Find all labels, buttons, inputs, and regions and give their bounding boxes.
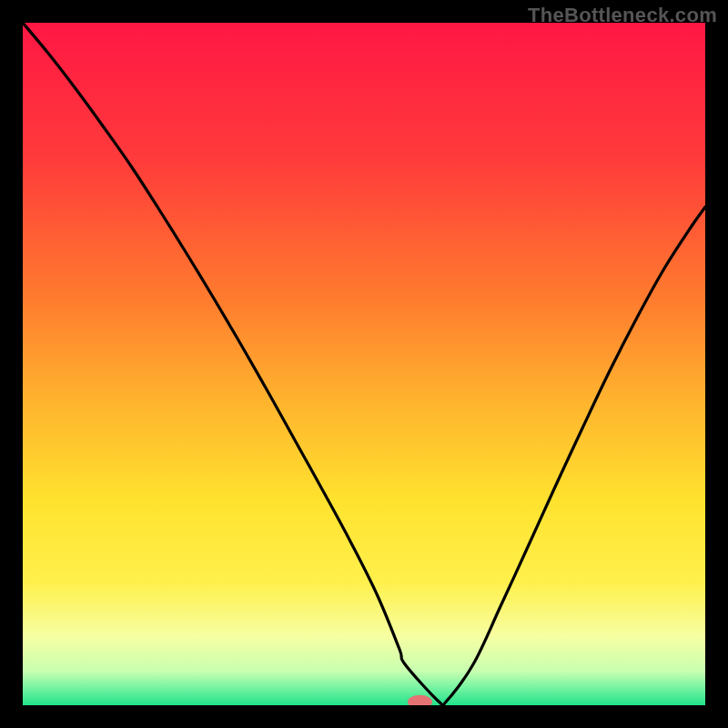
background-gradient <box>23 23 705 705</box>
svg-rect-0 <box>23 23 705 705</box>
plot-area <box>23 23 705 705</box>
chart-frame: TheBottleneck.com <box>0 0 728 728</box>
watermark-text: TheBottleneck.com <box>528 4 717 27</box>
